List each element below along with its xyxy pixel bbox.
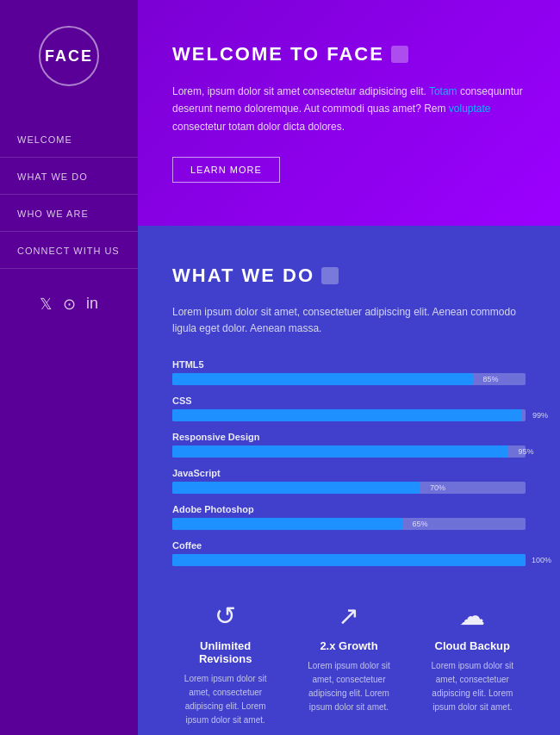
skill-item: Coffee100% <box>172 540 526 566</box>
feature-title: Cloud Backup <box>420 639 526 652</box>
github-icon[interactable]: ⊙ <box>63 295 76 314</box>
logo-text: FACE <box>45 47 93 65</box>
linkedin-icon[interactable]: in <box>86 295 98 314</box>
whatwedo-desc: Lorem ipsum dolor sit amet, consectetuer… <box>172 304 526 337</box>
sidebar-nav-item[interactable]: WELCOME <box>0 121 138 158</box>
main-content: WELCOME TO FACE Lorem, ipsum dolor sit a… <box>138 0 560 735</box>
welcome-title: WELCOME TO FACE <box>172 43 526 65</box>
twitter-icon[interactable]: 𝕏 <box>40 295 53 314</box>
skill-label: Coffee <box>172 540 526 551</box>
skill-bar-bg: 99% <box>172 409 526 421</box>
skill-bar-bg: 95% <box>172 445 526 458</box>
highlight-1: Totam <box>429 85 457 97</box>
skill-bar-bg: 70% <box>172 482 526 494</box>
skill-percent: 70% <box>430 483 445 492</box>
feature-icon: ↗ <box>296 601 401 631</box>
sidebar-nav-link[interactable]: WHO WE ARE <box>17 209 89 219</box>
skill-bar-bg: 85% <box>172 373 526 385</box>
welcome-body: Lorem, ipsum dolor sit amet consectetur … <box>172 83 526 135</box>
skill-bar-fill: 99% <box>172 409 522 421</box>
whatwedo-title: WHAT WE DO <box>172 265 526 287</box>
sidebar-nav-link[interactable]: WELCOME <box>17 134 72 145</box>
whatwedo-icon <box>321 267 339 284</box>
feature-item: ↺Unlimited RevisionsLorem ipsum dolor si… <box>172 601 278 727</box>
skill-percent: 95% <box>518 447 533 456</box>
feature-icon: ↺ <box>172 601 278 631</box>
welcome-icon <box>391 46 408 63</box>
feature-title: 2.x Growth <box>296 639 401 652</box>
highlight-2: voluptate <box>449 103 491 115</box>
whatwedo-section: WHAT WE DO Lorem ipsum dolor sit amet, c… <box>138 226 560 735</box>
skill-bar-fill: 95% <box>172 445 508 458</box>
skill-item: JavaScript70% <box>172 468 526 494</box>
skill-percent: 99% <box>532 411 548 420</box>
sidebar: FACE WELCOMEWHAT WE DOWHO WE ARECONNECT … <box>0 0 138 735</box>
skill-label: HTML5 <box>172 359 526 370</box>
feature-icon: ☁ <box>420 601 526 631</box>
feature-desc: Lorem ipsum dolor sit amet, consectetuer… <box>296 659 401 714</box>
sidebar-nav-item[interactable]: WHO WE ARE <box>0 195 138 232</box>
sidebar-nav-link[interactable]: WHAT WE DO <box>17 171 88 182</box>
feature-desc: Lorem ipsum dolor sit amet, consectetuer… <box>172 672 278 727</box>
feature-item: ☁Cloud BackupLorem ipsum dolor sit amet,… <box>420 601 526 727</box>
sidebar-nav-link[interactable]: CONNECT WITH US <box>17 246 120 256</box>
skill-label: CSS <box>172 396 526 406</box>
feature-desc: Lorem ipsum dolor sit amet, consectetuer… <box>420 659 526 714</box>
feature-title: Unlimited Revisions <box>172 639 278 665</box>
feature-item: ↗2.x GrowthLorem ipsum dolor sit amet, c… <box>296 601 401 727</box>
learn-more-button[interactable]: LEARN MORE <box>172 157 280 183</box>
sidebar-nav-item[interactable]: WHAT WE DO <box>0 158 138 195</box>
skill-item: Adobe Photoshop65% <box>172 504 526 530</box>
skill-bar-fill: 100% <box>172 554 526 566</box>
skill-bar-fill: 85% <box>172 373 473 385</box>
skill-bar-fill: 70% <box>172 482 420 494</box>
skill-label: Responsive Design <box>172 432 526 442</box>
social-icons: 𝕏⊙in <box>22 295 115 314</box>
skill-item: HTML585% <box>172 359 526 385</box>
skill-item: CSS99% <box>172 396 526 421</box>
skill-bar-bg: 100% <box>172 554 526 566</box>
features-row: ↺Unlimited RevisionsLorem ipsum dolor si… <box>172 601 526 727</box>
welcome-section: WELCOME TO FACE Lorem, ipsum dolor sit a… <box>138 0 560 226</box>
skill-bar-bg: 65% <box>172 518 526 530</box>
skill-percent: 65% <box>412 520 427 528</box>
skill-item: Responsive Design95% <box>172 432 526 458</box>
nav-menu: WELCOMEWHAT WE DOWHO WE ARECONNECT WITH … <box>0 121 138 269</box>
logo[interactable]: FACE <box>39 26 99 86</box>
skill-label: Adobe Photoshop <box>172 504 526 514</box>
skill-bar-fill: 65% <box>172 518 402 530</box>
skill-percent: 100% <box>532 556 551 564</box>
sidebar-nav-item[interactable]: CONNECT WITH US <box>0 232 138 269</box>
skill-label: JavaScript <box>172 468 526 478</box>
skill-percent: 85% <box>482 375 498 383</box>
skill-bars: HTML585%CSS99%Responsive Design95%JavaSc… <box>172 359 526 566</box>
